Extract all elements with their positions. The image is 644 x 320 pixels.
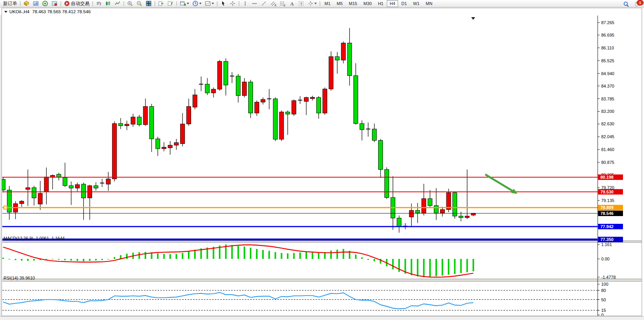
toolbar-button-shapes[interactable] [306, 0, 318, 7]
fibonacci-icon: F [279, 0, 286, 7]
toolbar-button-vline[interactable] [240, 0, 250, 7]
channel-icon: E [270, 0, 276, 7]
svg-text:1.161: 1.161 [601, 242, 612, 247]
toolbar-separator [319, 1, 320, 6]
timeframe-button-h4[interactable]: H4 [387, 0, 398, 7]
toolbar-button-terminal[interactable] [50, 0, 59, 7]
chart-title[interactable]: UKOil-,H4 78.463 78.565 78.412 78.546 [4, 9, 91, 14]
auto-trading-button[interactable]: 自动交易 [62, 0, 91, 7]
toolbar-button-hline[interactable] [250, 0, 259, 7]
toolbar-button-zoom-in[interactable] [125, 0, 135, 7]
shapes-icon [307, 0, 314, 7]
svg-text:F: F [284, 4, 286, 7]
gold-cube-icon [23, 0, 30, 7]
toolbar-button-gold-cube[interactable] [22, 0, 31, 7]
toolbar-button-chart-bars[interactable] [94, 0, 104, 7]
ohlc-readout: 78.463 78.565 78.412 78.546 [32, 9, 91, 14]
toolbar-button-periods[interactable] [191, 0, 203, 7]
symbol-dropdown-icon[interactable] [4, 11, 7, 13]
toolbar-button-chart-line[interactable] [113, 0, 122, 7]
toolbar-button-new-chart[interactable] [178, 0, 191, 7]
notifications-button[interactable]: 1 [633, 0, 642, 8]
toolbar-group: 新订单 [1, 0, 19, 7]
svg-text:79.530: 79.530 [600, 190, 614, 194]
new-chart-icon [180, 0, 186, 7]
toolbar-separator [92, 1, 93, 6]
toolbar-button-crosshair[interactable] [228, 0, 237, 7]
svg-text:-1.4778: -1.4778 [601, 275, 616, 280]
toolbar-button-trendline[interactable] [259, 0, 268, 7]
auto-scroll-icon [167, 0, 174, 7]
timeframe-button-m30[interactable]: M30 [361, 0, 374, 7]
timeframe-button-m5[interactable]: M5 [334, 0, 345, 7]
zoom-in-icon [127, 0, 133, 7]
cursor-icon [220, 0, 226, 7]
toolbar-group: EFAT [240, 0, 318, 7]
toolbar-button-auto-scroll[interactable] [166, 0, 175, 7]
toolbar-group [94, 0, 122, 7]
shift-marker-icon[interactable] [471, 17, 475, 20]
toolbar-button-text[interactable]: A [287, 0, 297, 7]
price-line-78.809[interactable] [2, 206, 598, 209]
toolbar-button-cursor[interactable] [219, 0, 228, 7]
tile-windows-icon [146, 0, 152, 7]
chart-candles-icon [105, 0, 111, 7]
timeframe-button-mn[interactable]: MN [423, 0, 435, 7]
search-button[interactable] [621, 0, 631, 8]
toolbar-button-fibonacci[interactable]: F [278, 0, 287, 7]
toolbar-button-zoom-out[interactable] [135, 0, 144, 7]
svg-text:85.525: 85.525 [601, 58, 614, 63]
toolbar-separator [217, 1, 218, 6]
timeframe-button-h1[interactable]: H1 [375, 0, 386, 7]
svg-text:50: 50 [601, 297, 606, 302]
toolbar-button-templates[interactable] [203, 0, 216, 7]
crosshair-icon [230, 0, 236, 7]
trendline-icon [261, 0, 267, 7]
chevron-down-icon[interactable] [314, 3, 317, 4]
toolbar-button-tile-windows[interactable] [144, 0, 153, 7]
toolbar-button-label[interactable]: T [297, 0, 306, 7]
main-toolbar: 新订单自动交易EFATM1M5M15M30H1H4D1W1MN1 [0, 0, 644, 7]
rsi-pane [2, 290, 598, 310]
price-axis[interactable]: 87.26586.69586.11085.52584.94084.37083.7… [598, 16, 616, 317]
chart-window[interactable]: 87.26586.69586.11085.52584.94084.37083.7… [0, 7, 644, 320]
toolbar-right: 1 [619, 0, 642, 8]
chart-canvas[interactable]: 87.26586.69586.11085.52584.94084.37083.7… [0, 7, 644, 320]
new-order-button-label: 新订单 [3, 0, 17, 7]
toolbar-button-channel[interactable]: E [268, 0, 278, 7]
periods-icon [192, 0, 198, 7]
timeframe-button-d1[interactable]: D1 [399, 0, 410, 7]
svg-text:15: 15 [601, 308, 606, 313]
timeframe-button-m15[interactable]: M15 [346, 0, 360, 7]
vline-icon [242, 0, 248, 7]
svg-text:81.460: 81.460 [601, 147, 614, 152]
toolbar-separator [20, 1, 21, 6]
toolbar-group [156, 0, 175, 7]
svg-text:E: E [275, 4, 276, 7]
templates-icon [205, 0, 211, 7]
rsi-indicator-label: RSI(14) 39.9610 [4, 276, 35, 280]
timeframe-button-w1[interactable]: W1 [411, 0, 423, 7]
toolbar-button-navigator[interactable] [40, 0, 50, 7]
chevron-down-icon[interactable] [187, 3, 189, 4]
toolbar-button-chart-shift[interactable] [156, 0, 166, 7]
svg-text:T: T [300, 2, 303, 6]
svg-text:77.350: 77.350 [600, 237, 614, 242]
svg-text:83.785: 83.785 [601, 97, 614, 101]
chevron-down-icon[interactable] [212, 3, 214, 4]
chevron-down-icon[interactable] [199, 3, 202, 4]
chart-bars-icon [96, 0, 102, 7]
text-icon: A [289, 0, 295, 7]
new-order-button[interactable]: 新订单 [1, 0, 19, 7]
toolbar-button-chart-candles[interactable] [104, 0, 113, 7]
timeframe-button-m1[interactable]: M1 [322, 0, 333, 7]
market-watch-icon [33, 0, 39, 7]
status-bar [0, 316, 644, 320]
toolbar-group [125, 0, 153, 7]
toolbar-separator [239, 1, 239, 6]
toolbar-button-market-watch[interactable] [31, 0, 40, 7]
toolbar-group: 自动交易 [62, 0, 91, 7]
toolbar-separator [154, 1, 155, 6]
svg-text:78.546: 78.546 [600, 211, 614, 216]
svg-text:80.875: 80.875 [601, 160, 614, 165]
